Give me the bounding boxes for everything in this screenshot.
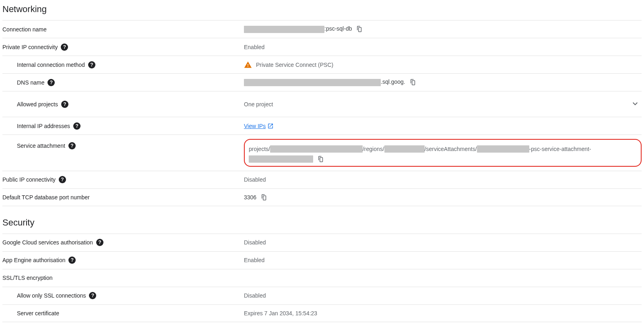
row-public-ip: Public IP connectivity ? Disabled xyxy=(2,171,642,188)
value-app-engine: Enabled xyxy=(244,257,264,263)
row-service-attachment: Service attachment ? projects//regions//… xyxy=(2,134,642,171)
value-tcp-port: 3306 xyxy=(244,194,256,201)
value-gc-auth: Disabled xyxy=(244,239,266,246)
row-server-cert: Server certificate Expires 7 Jan 2034, 1… xyxy=(2,304,642,322)
value-public-ip: Disabled xyxy=(244,176,266,183)
help-icon[interactable]: ? xyxy=(68,257,76,264)
highlighted-service-attachment: projects//regions//serviceAttachments/-p… xyxy=(244,139,642,167)
label-ssl-tls: SSL/TLS encryption xyxy=(2,275,53,281)
help-icon[interactable]: ? xyxy=(88,61,95,68)
copy-icon[interactable] xyxy=(317,155,324,163)
help-icon[interactable]: ? xyxy=(47,79,55,86)
copy-icon[interactable] xyxy=(356,25,363,33)
copy-icon[interactable] xyxy=(260,194,268,201)
label-tcp-port: Default TCP database port number xyxy=(2,194,90,201)
label-internal-ip: Internal IP addresses xyxy=(17,123,70,129)
value-server-cert: Expires 7 Jan 2034, 15:54:23 xyxy=(244,310,317,317)
label-allowed-projects: Allowed projects xyxy=(17,101,58,108)
redacted-block xyxy=(244,79,381,86)
row-allowed-projects[interactable]: Allowed projects ? One project xyxy=(2,91,642,117)
label-connection-name: Connection name xyxy=(2,26,47,33)
row-dns-name: DNS name ? .sql.goog. xyxy=(2,73,642,91)
value-internal-connection: Private Service Connect (PSC) xyxy=(256,62,333,68)
section-heading-networking: Networking xyxy=(2,4,642,14)
label-internal-connection: Internal connection method xyxy=(17,62,85,68)
redacted-block xyxy=(244,26,324,33)
value-private-ip: Enabled xyxy=(244,44,264,50)
value-connection-name: :psc-sql-db xyxy=(244,25,352,33)
label-private-ip: Private IP connectivity xyxy=(2,44,58,50)
link-view-ips[interactable]: View IPs xyxy=(244,123,274,129)
copy-icon[interactable] xyxy=(409,79,417,86)
chevron-down-icon[interactable] xyxy=(630,99,640,110)
redacted-block xyxy=(384,145,425,153)
value-service-attachment: projects//regions//serviceAttachments/-p… xyxy=(249,143,637,163)
redacted-block xyxy=(477,145,529,153)
warning-icon xyxy=(244,61,252,69)
label-service-attachment: Service attachment xyxy=(17,143,65,149)
label-gc-auth: Google Cloud services authorisation xyxy=(2,239,93,246)
help-icon[interactable]: ? xyxy=(68,142,76,149)
open-new-icon xyxy=(267,123,274,129)
label-server-cert: Server certificate xyxy=(17,310,59,317)
value-dns-name: .sql.goog. xyxy=(244,79,405,86)
row-connection-name: Connection name :psc-sql-db xyxy=(2,20,642,38)
row-ssl-tls: SSL/TLS encryption xyxy=(2,269,642,287)
row-internal-ip: Internal IP addresses ? View IPs xyxy=(2,117,642,134)
help-icon[interactable]: ? xyxy=(89,292,96,299)
help-icon[interactable]: ? xyxy=(59,176,66,183)
help-icon[interactable]: ? xyxy=(61,43,68,51)
redacted-block xyxy=(249,155,313,163)
section-heading-security: Security xyxy=(2,217,642,228)
row-app-engine: App Engine authorisation ? Enabled xyxy=(2,251,642,269)
help-icon[interactable]: ? xyxy=(96,239,103,246)
row-gc-auth: Google Cloud services authorisation ? Di… xyxy=(2,234,642,251)
help-icon[interactable]: ? xyxy=(73,122,80,130)
label-dns-name: DNS name xyxy=(17,79,44,86)
help-icon[interactable]: ? xyxy=(61,101,68,108)
security-section: Google Cloud services authorisation ? Di… xyxy=(2,234,642,322)
label-allow-only-ssl: Allow only SSL connections xyxy=(17,292,86,299)
row-private-ip: Private IP connectivity ? Enabled xyxy=(2,38,642,56)
networking-section: Connection name :psc-sql-db Private IP c… xyxy=(2,20,642,206)
value-allow-only-ssl: Disabled xyxy=(244,292,266,299)
row-internal-connection: Internal connection method ? Private Ser… xyxy=(2,56,642,73)
redacted-block xyxy=(270,145,363,153)
label-public-ip: Public IP connectivity xyxy=(2,176,56,183)
label-app-engine: App Engine authorisation xyxy=(2,257,65,263)
row-tcp-port: Default TCP database port number 3306 xyxy=(2,188,642,206)
row-allow-only-ssl: Allow only SSL connections ? Disabled xyxy=(2,287,642,304)
value-allowed-projects: One project xyxy=(244,101,273,108)
